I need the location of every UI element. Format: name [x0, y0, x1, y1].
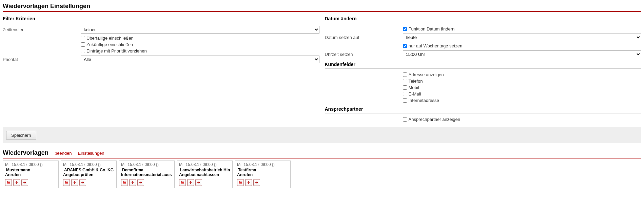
divider: [3, 11, 641, 12]
ueberfaellige-checkbox[interactable]: [81, 36, 85, 40]
uhrzeit-label: Uhrzeit setzen: [325, 51, 403, 58]
arrow-right-icon[interactable]: [137, 179, 144, 186]
wv-header: Wiedervorlagen beenden Einstellungen: [3, 149, 641, 156]
kundenfelder-heading: Kundenfelder: [325, 60, 642, 69]
email-label: E-Mail: [409, 91, 421, 97]
zukuenftige-checkbox[interactable]: [81, 42, 85, 47]
ansprechpartner-heading: Ansprechpartner: [325, 105, 642, 113]
wv-card-actions: [63, 179, 114, 186]
wv-card: Mi, 15.03.17 09:00 ()DemofirmaInformatio…: [119, 161, 175, 188]
open-icon[interactable]: [5, 179, 12, 186]
save-button[interactable]: Speichern: [6, 131, 36, 140]
wv-cards: Mi, 15.03.17 09:00 ()MustermannAnrufenMi…: [3, 161, 641, 188]
adresse-checkbox[interactable]: [403, 72, 407, 77]
telefon-checkbox[interactable]: [403, 79, 407, 83]
zukuenftige-label: Zukünftige einschließen: [86, 42, 133, 47]
wv-card-company: ARANES GmbH & Co. KG: [63, 168, 114, 172]
funktion-datum-label: Funktion Datum ändern: [409, 26, 455, 31]
wv-beenden-link[interactable]: beenden: [55, 151, 72, 156]
filter-column: Filter Kriterien Zeitfenster keines Über…: [3, 15, 319, 124]
wv-card-company: Lanwirtschaftsbetrieb Hinte: [179, 168, 230, 172]
wv-card: Mi, 15.03.17 09:00 ()TestfirmaAnrufen: [235, 161, 291, 188]
internet-checkbox[interactable]: [403, 98, 407, 103]
wv-card-company: Testfirma: [237, 168, 288, 172]
open-icon[interactable]: [121, 179, 128, 186]
ansprechpartner-checkbox[interactable]: [403, 117, 407, 122]
wv-card: Mi, 15.03.17 09:00 ()ARANES GmbH & Co. K…: [61, 161, 117, 188]
zeitfenster-label: Zeitfenster: [3, 26, 81, 33]
wv-card-task: Informationsmaterial ausse: [121, 172, 172, 177]
prioritaet-label: Priorität: [3, 56, 81, 63]
arrow-down-icon[interactable]: [13, 179, 20, 186]
wv-card-actions: [121, 179, 172, 186]
wv-title: Wiedervorlagen: [3, 149, 48, 156]
mobil-label: Mobil: [409, 85, 419, 90]
ueberfaellige-label: Überfällige einschließen: [86, 36, 134, 41]
arrow-down-icon[interactable]: [129, 179, 136, 186]
right-column: Datum ändern Funktion Datum ändern Datum…: [325, 15, 642, 124]
wv-card-task: Anrufen: [5, 172, 56, 177]
email-checkbox[interactable]: [403, 92, 407, 96]
prioritaet-select[interactable]: Alle: [81, 56, 319, 63]
ansprechpartner-label: Ansprechpartner anzeigen: [409, 117, 461, 122]
open-icon[interactable]: [179, 179, 186, 186]
arrow-down-icon[interactable]: [245, 179, 252, 186]
wv-card: Mi, 15.03.17 09:00 ()MustermannAnrufen: [3, 161, 59, 188]
arrow-right-icon[interactable]: [21, 179, 28, 186]
setzen-auf-label: Datum setzen auf: [325, 34, 403, 41]
wv-card-task: Angebot prüfen: [63, 172, 114, 177]
datum-heading: Datum ändern: [325, 15, 642, 23]
wv-einstellungen-link[interactable]: Einstellungen: [78, 151, 104, 156]
telefon-label: Telefon: [409, 79, 423, 84]
divider: [3, 158, 641, 158]
open-icon[interactable]: [237, 179, 244, 186]
zeitfenster-select[interactable]: keines: [81, 26, 319, 34]
settings-columns: Filter Kriterien Zeitfenster keines Über…: [3, 15, 641, 124]
arrow-right-icon[interactable]: [195, 179, 202, 186]
internet-label: Internetadresse: [409, 98, 439, 103]
wv-card-actions: [237, 179, 288, 186]
setzen-auf-select[interactable]: heute: [403, 34, 642, 41]
button-bar: Speichern: [3, 127, 641, 143]
open-icon[interactable]: [63, 179, 70, 186]
wv-card-company: Mustermann: [5, 168, 56, 172]
arrow-down-icon[interactable]: [187, 179, 194, 186]
wv-card-task: Angebot nachfassen: [179, 172, 230, 177]
wv-card-actions: [179, 179, 230, 186]
filter-heading: Filter Kriterien: [3, 15, 319, 23]
uhrzeit-select[interactable]: 15:00 Uhr: [403, 50, 642, 58]
wv-card: Mi, 15.03.17 09:00 ()Lanwirtschaftsbetri…: [177, 161, 233, 188]
wv-card-actions: [5, 179, 56, 186]
prio-vorziehen-label: Einträge mit Priorität vorziehen: [86, 48, 147, 54]
wv-card-date: Mi, 15.03.17 09:00 (): [179, 162, 230, 167]
arrow-right-icon[interactable]: [79, 179, 86, 186]
wv-card-date: Mi, 15.03.17 09:00 (): [237, 162, 288, 167]
mobil-checkbox[interactable]: [403, 85, 407, 90]
wochentage-checkbox[interactable]: [403, 44, 407, 48]
wv-card-date: Mi, 15.03.17 09:00 (): [5, 162, 56, 167]
page-title: Wiedervorlagen Einstellungen: [3, 3, 641, 10]
wv-card-company: Demofirma: [121, 168, 172, 172]
wochentage-label: nur auf Wochentage setzen: [409, 43, 463, 48]
adresse-label: Adresse anzeigen: [409, 72, 444, 77]
prio-vorziehen-checkbox[interactable]: [81, 49, 85, 53]
wv-card-date: Mi, 15.03.17 09:00 (): [63, 162, 114, 167]
arrow-down-icon[interactable]: [71, 179, 78, 186]
wv-card-date: Mi, 15.03.17 09:00 (): [121, 162, 172, 167]
wv-card-task: Anrufen: [237, 172, 288, 177]
arrow-right-icon[interactable]: [253, 179, 260, 186]
funktion-datum-checkbox[interactable]: [403, 27, 407, 31]
